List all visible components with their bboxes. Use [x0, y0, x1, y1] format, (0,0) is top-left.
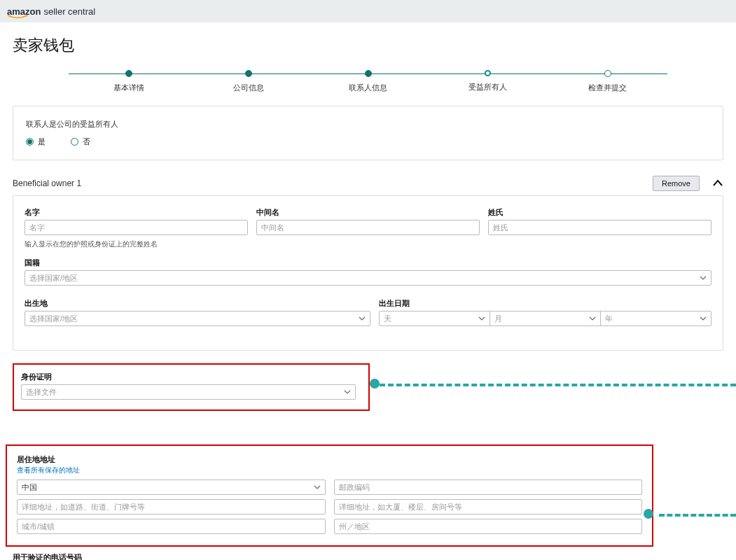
address-country-select[interactable]: 中国	[17, 479, 326, 495]
step-basic-details: 基本详情	[69, 70, 188, 93]
identity-highlight-box: 身份证明 选择文件	[13, 363, 370, 411]
chevron-down-icon	[359, 315, 366, 322]
radio-no[interactable]: 否	[71, 136, 90, 147]
chevron-down-icon	[700, 274, 707, 281]
birthplace-select[interactable]: 选择国家/地区	[25, 311, 370, 326]
state-input[interactable]	[334, 519, 643, 534]
beneficial-owner-title: Beneficial owner 1	[13, 178, 81, 188]
identity-label: 身份证明	[21, 372, 52, 381]
nationality-label: 国籍	[25, 258, 711, 268]
callout-dot-icon	[370, 379, 380, 388]
last-name-input[interactable]	[488, 220, 711, 235]
chevron-down-icon	[314, 484, 321, 491]
name-hint: 输入显示在您的护照或身份证上的完整姓名	[25, 239, 711, 249]
address-label: 居住地地址	[17, 455, 55, 463]
remove-button[interactable]: Remove	[653, 176, 700, 191]
first-name-input[interactable]	[25, 220, 248, 235]
owner-details-card: 名字 中间名 姓氏 输入显示在您的护照或身份证上的完整姓名 国籍 选择国家/地区	[13, 195, 723, 351]
callout-line	[659, 514, 736, 517]
chevron-down-icon	[344, 388, 351, 396]
logo-seller-central: seller central	[43, 6, 95, 17]
dob-label: 出生日期	[379, 298, 711, 309]
chevron-up-icon[interactable]	[712, 178, 723, 189]
step-contact-info: 联系人信息	[308, 70, 428, 93]
callout-dot-icon	[644, 509, 653, 519]
top-bar: amazon seller central	[0, 0, 736, 22]
address-line1-input[interactable]	[17, 499, 326, 514]
step-company-info: 公司信息	[188, 70, 308, 93]
page-title: 卖家钱包	[13, 35, 723, 56]
dob-month-select[interactable]: 月	[490, 311, 601, 326]
birthplace-label: 出生地	[25, 298, 370, 309]
step-review-submit: 检查并提交	[548, 70, 667, 93]
chevron-down-icon	[478, 315, 485, 322]
amazon-seller-central-logo: amazon seller central	[7, 6, 95, 17]
beneficial-owner-header: Beneficial owner 1 Remove	[13, 176, 723, 191]
amazon-smile-icon	[7, 15, 28, 19]
contact-is-owner-label: 联系人是公司的受益所有人	[26, 119, 710, 130]
logo-amazon: amazon	[7, 6, 41, 17]
middle-name-label: 中间名	[256, 207, 480, 218]
contact-is-owner-card: 联系人是公司的受益所有人 是 否	[13, 106, 723, 160]
middle-name-input[interactable]	[256, 220, 480, 235]
first-name-label: 名字	[25, 207, 248, 218]
radio-yes[interactable]: 是	[26, 136, 46, 147]
progress-stepper: 基本详情 公司信息 联系人信息 受益所有人 检查并提交	[69, 70, 667, 93]
callout-line	[380, 384, 736, 386]
chevron-down-icon	[589, 315, 596, 322]
postal-code-input[interactable]	[334, 479, 643, 495]
city-input[interactable]	[17, 519, 326, 534]
address-highlight-box: 居住地地址 查看所有保存的地址 中国	[6, 444, 653, 547]
nationality-select[interactable]: 选择国家/地区	[25, 270, 711, 286]
step-beneficial-owner: 受益所有人	[428, 70, 548, 92]
chevron-down-icon	[700, 315, 707, 322]
dob-year-select[interactable]: 年	[601, 311, 711, 326]
view-saved-addresses-link[interactable]: 查看所有保存的地址	[17, 466, 80, 474]
phone-section: 用于验证的电话号码 +添加新的手机号码	[13, 552, 723, 560]
dob-day-select[interactable]: 天	[379, 311, 490, 326]
last-name-label: 姓氏	[488, 207, 711, 218]
phone-label: 用于验证的电话号码	[13, 553, 82, 560]
address-line2-input[interactable]	[334, 499, 643, 514]
identity-doc-select[interactable]: 选择文件	[21, 384, 356, 400]
